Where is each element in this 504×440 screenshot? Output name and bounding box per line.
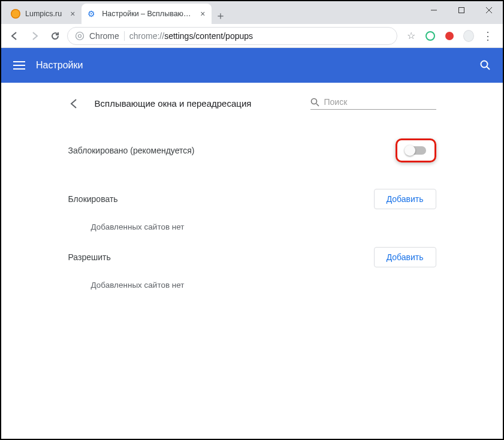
svg-point-11 <box>311 98 316 104</box>
maximize-icon <box>458 7 464 13</box>
minimize-icon <box>431 7 437 13</box>
settings-title: Настройки <box>36 60 83 71</box>
svg-point-9 <box>481 61 488 68</box>
toggle-knob <box>405 145 415 156</box>
content-area: Всплывающие окна и переадресация Заблоки… <box>1 83 503 314</box>
add-allow-button[interactable]: Добавить <box>374 247 436 267</box>
close-icon[interactable]: × <box>70 9 75 19</box>
search-field[interactable] <box>310 97 436 110</box>
tab-title: Настройки – Всплывающие окн <box>102 10 192 18</box>
window-controls <box>420 1 503 19</box>
block-section: Блокировать Добавить Добавленных сайтов … <box>68 189 436 231</box>
card-header: Всплывающие окна и переадресация <box>68 97 436 110</box>
titlebar: Lumpics.ru × ⚙ Настройки – Всплывающие о… <box>1 1 503 24</box>
maximize-button[interactable] <box>448 1 475 19</box>
minimize-button[interactable] <box>420 1 448 19</box>
svg-rect-1 <box>459 8 464 13</box>
arrow-left-icon <box>10 31 19 41</box>
back-button[interactable] <box>6 28 23 44</box>
search-input[interactable] <box>324 97 436 107</box>
close-button[interactable] <box>475 1 503 19</box>
reload-button[interactable] <box>47 28 64 44</box>
extension-green-icon[interactable] <box>425 31 436 41</box>
svg-point-4 <box>76 32 84 40</box>
toggle-highlight <box>396 138 436 162</box>
extension-icons: ☆ ⋮ <box>401 31 498 41</box>
block-empty-message: Добавленных сайтов нет <box>68 209 436 231</box>
blocked-toggle[interactable] <box>406 146 426 155</box>
svg-line-12 <box>316 104 319 106</box>
add-block-button[interactable]: Добавить <box>374 189 436 209</box>
favicon-orange-icon <box>11 9 20 19</box>
profile-avatar[interactable] <box>463 31 474 41</box>
reload-icon <box>50 31 60 41</box>
svg-line-10 <box>487 67 490 70</box>
blocked-label: Заблокировано (рекомендуется) <box>68 146 195 155</box>
blocked-toggle-row: Заблокировано (рекомендуется) <box>68 128 436 173</box>
tab-strip: Lumpics.ru × ⚙ Настройки – Всплывающие о… <box>1 1 229 24</box>
close-icon <box>486 7 492 13</box>
settings-header: Настройки <box>1 48 503 83</box>
block-section-title: Блокировать <box>68 194 118 204</box>
card-header-left: Всплывающие окна и переадресация <box>68 98 252 110</box>
tab-title: Lumpics.ru <box>25 10 62 18</box>
page-title: Всплывающие окна и переадресация <box>95 98 252 109</box>
url-text: chrome://settings/content/popups <box>129 31 253 41</box>
allow-empty-message: Добавленных сайтов нет <box>68 267 436 290</box>
allow-section: Разрешить Добавить Добавленных сайтов не… <box>68 247 436 290</box>
chrome-icon <box>75 31 84 41</box>
tab-settings[interactable]: ⚙ Настройки – Всплывающие окн × <box>82 4 211 24</box>
close-icon[interactable]: × <box>200 9 205 19</box>
hamburger-icon[interactable] <box>13 61 25 70</box>
svg-point-5 <box>79 34 82 37</box>
extension-red-icon[interactable] <box>444 31 455 41</box>
url-chip: Chrome <box>89 31 119 41</box>
gear-icon: ⚙ <box>87 9 97 19</box>
tab-lumpics[interactable]: Lumpics.ru × <box>5 4 81 24</box>
divider <box>124 31 125 41</box>
settings-card: Всплывающие окна и переадресация Заблоки… <box>52 83 453 314</box>
bookmark-star-icon[interactable]: ☆ <box>406 31 417 41</box>
browser-window: Lumpics.ru × ⚙ Настройки – Всплывающие о… <box>0 0 504 440</box>
search-icon[interactable] <box>480 60 491 71</box>
allow-section-title: Разрешить <box>68 252 111 262</box>
block-section-header: Блокировать Добавить <box>68 189 436 209</box>
menu-kebab-icon[interactable]: ⋮ <box>482 31 493 41</box>
back-arrow-icon[interactable] <box>68 98 80 110</box>
new-tab-button[interactable]: ＋ <box>212 7 229 24</box>
settings-header-left: Настройки <box>13 60 83 71</box>
toolbar: Chrome chrome://settings/content/popups … <box>1 24 503 48</box>
search-icon <box>310 98 319 107</box>
arrow-right-icon <box>30 31 40 41</box>
address-bar[interactable]: Chrome chrome://settings/content/popups <box>67 27 397 45</box>
allow-section-header: Разрешить Добавить <box>68 247 436 267</box>
forward-button[interactable] <box>26 28 43 44</box>
